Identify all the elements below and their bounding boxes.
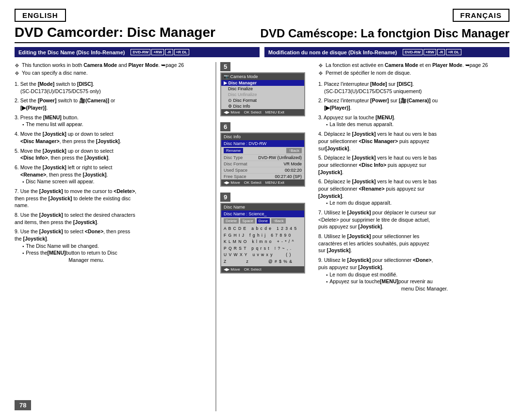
screen-6-rename-row: Rename ↑Back xyxy=(221,147,304,154)
screen-6-box: Disc Info Disc Name : DVD-RW Rename ↑Bac… xyxy=(220,132,305,187)
sub-bullet-fr-9b: Appuyez sur la touche [MENU] pour reveni… xyxy=(326,278,509,292)
step-en-6: 6. Move the [Joystick] left or right to … xyxy=(15,164,206,185)
screen-9-container: 9 Disc Name Disc Name : Science_ Delete … xyxy=(220,193,305,274)
step-en-9: 9. Use the [Joystick] to select <Done>, … xyxy=(15,228,206,263)
dvd-badge-plusrdl-fr: +R DL xyxy=(446,49,461,55)
intro-bullet-en-1: ❖ This function works in both Camera Mod… xyxy=(15,62,206,69)
steps-fr: 1. Placez l'interrupteur [Mode] sur [DIS… xyxy=(318,81,509,292)
diamond-icon-2: ❖ xyxy=(15,70,19,77)
step-fr-5: 5. Déplacez le [Joystick] vers le haut o… xyxy=(318,154,509,176)
screen-6-free-space: Free Space 00:27:40 (SP) xyxy=(221,173,304,179)
page-number: 78 xyxy=(15,400,31,410)
diamond-icon-fr-2: ❖ xyxy=(318,70,323,77)
step-fr-2: 2. Placez l'interrupteur [Power] sur [🎥(… xyxy=(318,97,509,111)
screen-5-box: 📷 Camera Mode ▶ Disc Manager Disc Finali… xyxy=(220,72,305,116)
screen-5-item-finalize: Disc Finalize xyxy=(221,86,304,92)
screen-6-used-space: Used Space 00:02:20 xyxy=(221,167,304,173)
tback-button: ↑Back xyxy=(286,148,302,153)
sub-bullet-en-9b: Press the [MENU] button to return to Dis… xyxy=(22,249,206,263)
sub-bullet-fr-6: Le nom du disque apparaît. xyxy=(326,199,509,207)
english-column: ❖ This function works in both Camera Mod… xyxy=(15,62,216,411)
language-badge-fr: FRANÇAIS xyxy=(453,9,510,22)
step-fr-6: 6. Déplacez le [Joystick] vers le haut o… xyxy=(318,178,509,207)
french-column: ❖ La fonction est activée en Camera Mode… xyxy=(309,62,509,411)
screen-9-footer: ◀▶ MoveOK Select xyxy=(221,266,304,273)
intro-bullet-fr-2: ❖ Permet de spécifier le nom de disque. xyxy=(318,70,509,77)
intro-bullets-fr: ❖ La fonction est activée en Camera Mode… xyxy=(318,62,509,77)
sub-bullet-en-6: Disc Name screen will appear. xyxy=(22,178,206,185)
step-fr-7: 7. Utilisez le [Joystick] pour déplacer … xyxy=(318,209,509,230)
main-title-en: DVD Camcorder: Disc Manager xyxy=(15,25,215,40)
screen-5-item-info: ⚙ Disc Info xyxy=(221,103,304,109)
screen-6-container: 6 Disc Info Disc Name : DVD-RW Rename ↑B… xyxy=(220,122,305,187)
delete-button: Delete xyxy=(224,218,239,224)
step-fr-4: 4. Déplacez le [Joystick] vers le haut o… xyxy=(318,130,509,152)
dvd-badge-r: -R xyxy=(165,49,173,55)
step-fr-1: 1. Placez l'interrupteur [Mode] sur [DIS… xyxy=(318,81,509,95)
screen-6-disc-type: Disc Type DVD-RW (Unfinalized) xyxy=(221,154,304,161)
diamond-icon-fr-1: ❖ xyxy=(318,63,323,69)
sub-bullet-en-3: The menu list will appear. xyxy=(22,121,206,128)
step-en-5: 5. Move the [Joystick] up or down to sel… xyxy=(15,147,206,162)
screen-5-item-disc-manager: ▶ Disc Manager xyxy=(221,80,304,86)
screen-9-box: Disc Name Disc Name : Science_ Delete Sp… xyxy=(220,203,305,274)
step-en-1: 1. Set the [Mode] switch to [DISC]. (SC-… xyxy=(15,81,206,95)
step-fr-3: 3. Appuyez sur la touche [MENU]. La list… xyxy=(318,114,509,128)
screen-5-header: 📷 Camera Mode xyxy=(221,73,304,80)
screen-9-input: Disc Name : Science_ xyxy=(221,210,304,217)
diamond-icon-1: ❖ xyxy=(15,63,19,69)
intro-bullet-en-2: ❖ You can specify a disc name. xyxy=(15,70,206,77)
main-title-fr: DVD Caméscope: La fonctgion Disc Manager xyxy=(261,27,509,40)
step-fr-9: 9. Utilisez le [Joystick] pour sélection… xyxy=(318,257,509,292)
dvd-badge-r-fr: -R xyxy=(437,49,445,55)
step-en-7: 7. Use the [Joystick] to move the cursor… xyxy=(15,188,206,209)
screen-6-num: 6 xyxy=(220,122,230,131)
kb-tback-button: ↑Back xyxy=(271,218,286,224)
screen-6-disc-format: Disc Format VR Mode xyxy=(221,161,304,167)
screen-6-title: Disc Info xyxy=(221,133,304,140)
step-en-2: 2. Set the [Power] switch to 🎥(Camera)] … xyxy=(15,97,206,111)
intro-bullets-en: ❖ This function works in both Camera Mod… xyxy=(15,62,206,77)
step-en-3: 3. Press the [MENU] button. The menu lis… xyxy=(15,114,206,128)
subtitle-bar-en: Editing the Disc Name (Disc Info-Rename)… xyxy=(15,47,260,57)
language-badge-en: ENGLISH xyxy=(15,9,66,22)
screen-5-item-unfinalize: Disc Unfinalize xyxy=(221,92,304,97)
space-button: Space xyxy=(240,218,255,224)
sub-bullet-en-9a: The Disc Name will be changed. xyxy=(22,242,206,250)
sub-bullet-fr-9a: Le nom du disque est modifié. xyxy=(326,271,509,278)
dvd-badge-rw-fr: DVD-RW xyxy=(403,49,423,55)
screens-column: 5 📷 Camera Mode ▶ Disc Manager Disc Fina… xyxy=(216,62,309,411)
dvd-badge-plusrdl: +R DL xyxy=(174,49,189,55)
step-en-4: 4. Move the [Joystick] up or down to sel… xyxy=(15,130,206,145)
screen-6-disc-name: Disc Name : DVD-RW xyxy=(221,140,304,147)
keyboard-chars: A B C D E a b c d e 1 2 3 4 5 F G H I J … xyxy=(221,225,304,266)
subtitle-bar-fr: Modification du nom de disque (Disk Info… xyxy=(264,47,509,57)
screen-9-btn-row: Delete Space Done ↑Back xyxy=(221,217,304,225)
step-fr-8: 8. Utilisez le [Joystick] pour sélection… xyxy=(318,233,509,254)
screen-6-footer: ◀▶ MoveOK SelectMENU Exit xyxy=(221,179,304,186)
screen-5-footer: ◀▶ MoveOK SelectMENU Exit xyxy=(221,109,304,115)
done-button: Done xyxy=(257,218,270,224)
dvd-badge-plusrw-fr: +RW xyxy=(424,49,436,55)
intro-bullet-fr-1: ❖ La fonction est activée en Camera Mode… xyxy=(318,62,509,69)
screen-9-num: 9 xyxy=(220,193,230,202)
screen-5-item-format: ⊙ Disc Format xyxy=(221,97,304,103)
rename-button: Rename xyxy=(224,148,243,153)
steps-en: 1. Set the [Mode] switch to [DISC]. (SC-… xyxy=(15,81,206,264)
dvd-badge-rw: DVD-RW xyxy=(131,49,150,55)
step-en-8: 8. Use the [Joystick] to select the desi… xyxy=(15,211,206,226)
screen-5-num: 5 xyxy=(220,62,230,71)
screen-9-title: Disc Name xyxy=(221,204,304,210)
screen-5-container: 5 📷 Camera Mode ▶ Disc Manager Disc Fina… xyxy=(220,62,305,116)
dvd-badge-plusrw: +RW xyxy=(151,49,164,55)
sub-bullet-fr-3: La liste des menus apparaît. xyxy=(326,121,509,128)
